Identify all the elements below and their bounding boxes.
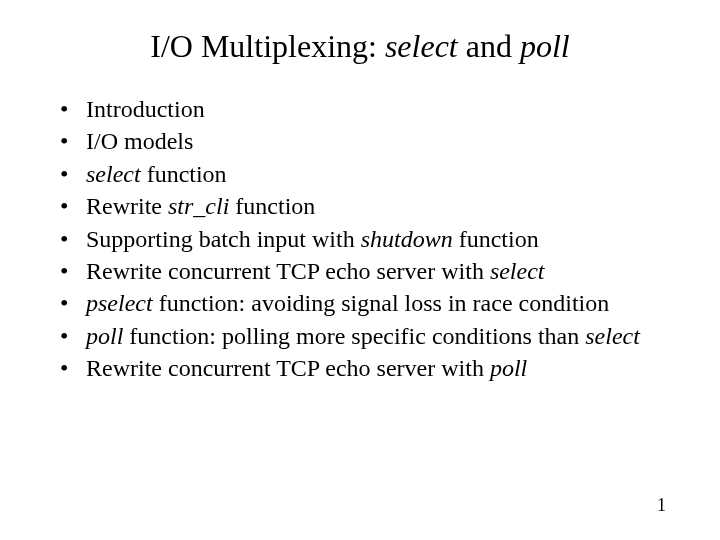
bullet-text: Rewrite concurrent TCP echo server with [86,258,490,284]
title-em-select: select [385,28,458,64]
title-text: and [458,28,520,64]
list-item: Rewrite concurrent TCP echo server with … [56,352,672,384]
bullet-em: str_cli [168,193,229,219]
bullet-text: function [141,161,227,187]
bullet-list: Introduction I/O models select function … [56,93,672,385]
list-item: select function [56,158,672,190]
bullet-em: pselect [86,290,153,316]
bullet-text: Introduction [86,96,205,122]
list-item: Introduction [56,93,672,125]
bullet-em: poll [86,323,123,349]
list-item: Supporting batch input with shutdown fun… [56,223,672,255]
list-item: Rewrite str_cli function [56,190,672,222]
bullet-text: function: polling more specific conditio… [123,323,585,349]
bullet-text: Supporting batch input with [86,226,361,252]
bullet-text: I/O models [86,128,193,154]
bullet-em: select [585,323,640,349]
list-item: Rewrite concurrent TCP echo server with … [56,255,672,287]
bullet-em: shutdown [361,226,453,252]
bullet-em: poll [490,355,527,381]
list-item: I/O models [56,125,672,157]
page-number: 1 [657,495,666,516]
bullet-em: select [490,258,545,284]
bullet-text: function: avoiding signal loss in race c… [153,290,610,316]
list-item: pselect function: avoiding signal loss i… [56,287,672,319]
list-item: poll function: polling more specific con… [56,320,672,352]
bullet-text: function [229,193,315,219]
bullet-text: function [453,226,539,252]
title-text: I/O Multiplexing: [150,28,385,64]
bullet-em: select [86,161,141,187]
slide-title: I/O Multiplexing: select and poll [48,28,672,65]
bullet-text: Rewrite [86,193,168,219]
bullet-text: Rewrite concurrent TCP echo server with [86,355,490,381]
title-em-poll: poll [520,28,570,64]
slide: I/O Multiplexing: select and poll Introd… [0,0,720,540]
